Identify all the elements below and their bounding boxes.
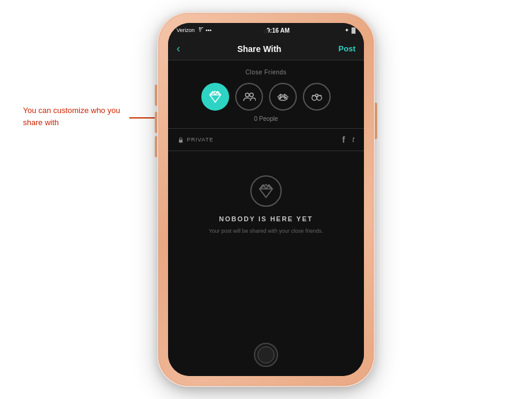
divider-row: PRIVATE f t — [168, 128, 364, 151]
phone-bottom — [168, 334, 364, 376]
svg-rect-15 — [179, 140, 183, 143]
carrier-text: Verizon — [177, 27, 195, 33]
phone-container: Verizon ▪▪▪ 9:16 AM ✦ ▓ — [157, 12, 375, 387]
empty-state-title: NOBODY IS HERE YET — [219, 215, 313, 222]
status-time: 9:16 AM — [267, 27, 290, 34]
svg-point-2 — [199, 31, 201, 32]
close-friends-section: Close Friends — [168, 60, 364, 128]
battery-icon: ▓ — [351, 27, 355, 33]
nav-bar: ‹ Share With Post — [168, 37, 364, 60]
empty-state: NOBODY IS HERE YET Your post will be sha… — [168, 151, 364, 248]
phone-screen: Verizon ▪▪▪ 9:16 AM ✦ ▓ — [168, 23, 364, 376]
svg-rect-14 — [316, 94, 318, 97]
back-button[interactable]: ‹ — [177, 42, 180, 55]
private-text: PRIVATE — [187, 137, 213, 143]
facebook-button[interactable]: f — [342, 135, 345, 144]
empty-state-subtitle: Your post will be shared with your close… — [209, 227, 323, 236]
status-right: ✦ ▓ — [345, 27, 355, 33]
twitter-button[interactable]: t — [352, 135, 354, 144]
friends-icon-button[interactable] — [235, 83, 263, 111]
binoculars-icon-button[interactable] — [303, 83, 331, 111]
diamond-icon-button[interactable] — [201, 83, 229, 111]
people-count: 0 People — [254, 115, 277, 122]
home-button[interactable] — [254, 343, 278, 367]
camera-notch — [264, 29, 268, 34]
svg-point-12 — [312, 96, 317, 100]
wifi-icon — [197, 27, 203, 33]
handshake-icon-button[interactable] — [269, 83, 297, 111]
home-button-inner — [258, 346, 274, 363]
bluetooth-icon: ✦ — [345, 27, 349, 33]
screen-content: Close Friends — [168, 60, 364, 334]
private-label: PRIVATE — [178, 137, 213, 143]
phone-shell: Verizon ▪▪▪ 9:16 AM ✦ ▓ — [157, 12, 375, 387]
signal-icon: ▪▪▪ — [206, 27, 212, 33]
svg-point-13 — [317, 96, 322, 100]
section-title: Close Friends — [245, 69, 287, 76]
nav-title: Share With — [237, 44, 281, 54]
status-left: Verizon ▪▪▪ — [177, 27, 212, 33]
svg-point-9 — [245, 93, 249, 97]
svg-point-11 — [279, 97, 287, 100]
svg-point-10 — [250, 93, 253, 97]
annotation: You can customize who you share with — [23, 105, 129, 128]
post-button[interactable]: Post — [339, 44, 355, 53]
page-wrapper: You can customize who you share with Ver… — [0, 0, 532, 399]
annotation-text: You can customize who you share with — [23, 106, 120, 127]
empty-diamond-icon — [250, 175, 282, 207]
social-icons: f t — [342, 135, 354, 144]
icons-row — [201, 83, 331, 111]
